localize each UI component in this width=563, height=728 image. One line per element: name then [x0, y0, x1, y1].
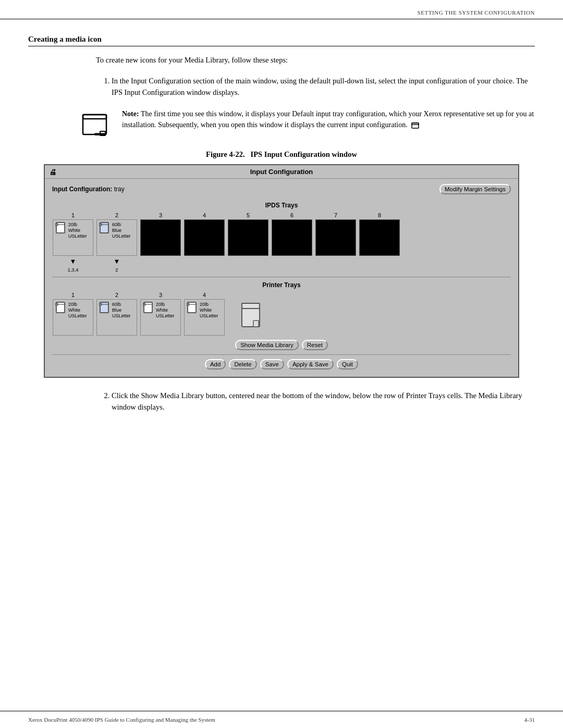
page-header: Setting the System Configuration: [0, 0, 563, 19]
printer-tray-cell-3[interactable]: 20lb White USLetter: [140, 299, 181, 336]
bottom-divider: [52, 354, 511, 355]
window-titlebar: 🖨 Input Configuration: [45, 165, 518, 179]
action-btn-row: Add Delete Save Apply & Save Quit: [52, 359, 511, 369]
svg-rect-23: [187, 303, 189, 305]
new-media-icon: [238, 301, 264, 334]
ipds-tray-col-4: 4: [183, 212, 225, 256]
ipds-tray-cell-5[interactable]: [228, 219, 268, 256]
ipds-tray-cell-7[interactable]: [315, 219, 356, 256]
input-config-value: tray: [114, 186, 125, 193]
ipds-tray-col-8: 8: [359, 212, 400, 256]
ipds-indicator-2: 2: [115, 267, 118, 273]
printer-tray-cell-1[interactable]: 20lb White USLetter: [53, 299, 93, 336]
ipds-tray-num-2: 2: [115, 212, 118, 218]
svg-rect-11: [99, 224, 102, 226]
input-config-label: Input Configuration:: [52, 186, 112, 193]
svg-rect-25: [242, 303, 260, 309]
page-footer: Xerox DocuPrint 4050/4090 IPS Guide to C…: [0, 711, 563, 728]
step-list: In the Input Configuration section of th…: [112, 76, 535, 98]
svg-rect-4: [412, 123, 419, 128]
ipds-tray-col-5: 5: [227, 212, 269, 256]
note-label: Note:: [122, 110, 139, 118]
window-body: Input Configuration: tray Modify Margin …: [45, 179, 518, 377]
ipds-tray-cell-3[interactable]: [140, 219, 181, 256]
ipds-tray-col-6: 6: [271, 212, 313, 256]
header-text: Setting the System Configuration: [418, 9, 535, 16]
printer-tray-col-1: 1 20lb White: [52, 292, 94, 336]
svg-rect-1: [83, 115, 106, 119]
ipds-tray-num-1: 1: [71, 212, 75, 218]
apply-save-button[interactable]: Apply & Save: [287, 359, 334, 369]
ipds-tray-col-3: 3: [140, 212, 181, 256]
printer-tray-col-3: 3 20lb White: [140, 292, 181, 336]
intro-paragraph: To create new icons for your Media Libra…: [96, 55, 535, 66]
ipds-tray-col-1: 1 20lb White USLetter: [52, 212, 94, 256]
delete-button[interactable]: Delete: [229, 359, 256, 369]
quit-button[interactable]: Quit: [337, 359, 358, 369]
svg-rect-17: [99, 303, 102, 305]
section-heading: Creating a media icon: [28, 35, 535, 46]
window-menu-icon: 🖨: [49, 168, 56, 176]
svg-rect-14: [55, 303, 58, 305]
step-1: In the Input Configuration section of th…: [112, 76, 535, 98]
note-text: Note: The first time you see this window…: [122, 108, 535, 130]
step-2: Click the Show Media Library button, cen…: [112, 390, 535, 413]
show-media-library-button[interactable]: Show Media Library: [235, 340, 299, 350]
ipds-indicator-1: 1,3,4: [67, 267, 78, 273]
input-config-row: Input Configuration: tray Modify Margin …: [52, 184, 511, 194]
caption-text: IPS Input Configuration window: [251, 150, 357, 158]
tray-divider: [52, 277, 511, 277]
ipds-tray-grid: 1 20lb White USLetter: [52, 212, 511, 256]
ipds-indicators: ▼ 1,3,4 ▼ 2: [52, 258, 511, 273]
ipds-trays-label: IPDS Trays: [52, 202, 511, 209]
svg-rect-5: [412, 123, 419, 125]
ipds-tray-cell-8[interactable]: [359, 219, 400, 256]
note-block: Note: The first time you see this window…: [80, 108, 535, 141]
step2-list: Click the Show Media Library button, cen…: [112, 390, 535, 413]
modify-margin-settings-button[interactable]: Modify Margin Settings: [439, 184, 511, 194]
figure-caption: Figure 4-22. IPS Input Configuration win…: [28, 150, 535, 159]
printer-tray-col-4: 4 20lb White: [183, 292, 225, 336]
printer-tray-col-2: 2 60lb Blue: [96, 292, 138, 336]
printer-tray-area: 1 20lb White: [52, 292, 511, 336]
ipds-tray-col-2: 2 60lb Blue USLetter: [96, 212, 138, 256]
window-title: Input Configuration: [250, 168, 313, 176]
ipds-tray-cell-1[interactable]: 20lb White USLetter: [53, 219, 93, 256]
note-content: The first time you see this window, it d…: [122, 110, 534, 129]
footer-right: 4-31: [524, 717, 535, 723]
save-button[interactable]: Save: [260, 359, 284, 369]
page-content: Creating a media icon To create new icon…: [0, 19, 563, 439]
svg-rect-20: [143, 303, 145, 305]
ipds-tray-cell-2[interactable]: 60lb Blue USLetter: [96, 219, 137, 256]
ipds-tray-cell-6[interactable]: [272, 219, 312, 256]
media-library-btn-row: Show Media Library Reset: [52, 340, 511, 350]
printer-tray-grid: 1 20lb White: [52, 292, 225, 336]
input-config-label-group: Input Configuration: tray: [52, 186, 125, 193]
add-button[interactable]: Add: [205, 359, 226, 369]
caption-prefix: Figure 4-22.: [206, 150, 245, 158]
svg-rect-8: [55, 224, 58, 226]
ipds-tray-cell-4[interactable]: [184, 219, 225, 256]
printer-tray-cell-2[interactable]: 60lb Blue USLetter: [96, 299, 137, 336]
printer-tray-cell-4[interactable]: 20lb White USLetter: [184, 299, 225, 336]
ips-input-config-window: 🖨 Input Configuration Input Configuratio…: [44, 164, 519, 378]
printer-trays-label: Printer Trays: [52, 281, 511, 289]
reset-button[interactable]: Reset: [302, 340, 328, 350]
svg-rect-26: [253, 320, 259, 327]
window-icon: [80, 109, 112, 141]
ipds-tray-col-7: 7: [315, 212, 357, 256]
footer-left: Xerox DocuPrint 4050/4090 IPS Guide to C…: [28, 717, 215, 723]
